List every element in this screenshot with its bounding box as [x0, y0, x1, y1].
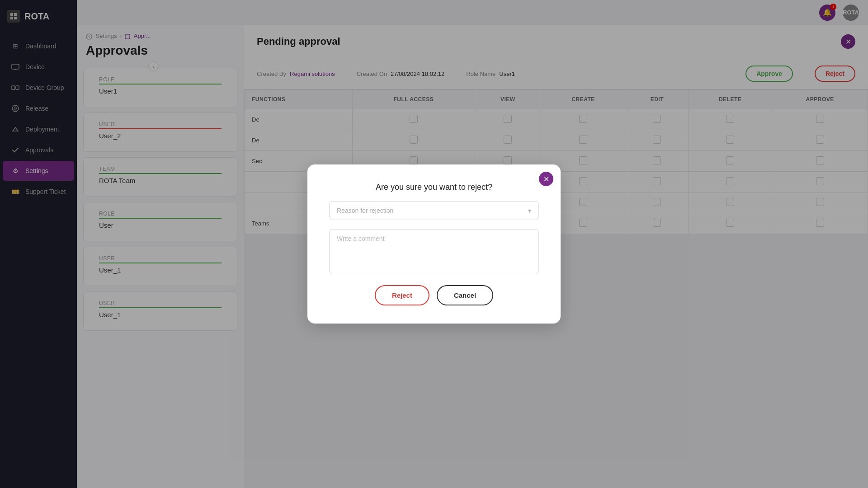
modal-actions: Reject Cancel	[375, 285, 493, 305]
chevron-down-icon: ▾	[528, 207, 531, 214]
reason-dropdown[interactable]: Reason for rejection ▾	[329, 201, 539, 220]
main-area: 🔔 1 ROTA Settings › Appr... Approvals	[77, 0, 868, 488]
modal-reject-button[interactable]: Reject	[375, 285, 429, 305]
reason-dropdown-placeholder: Reason for rejection	[337, 207, 393, 214]
modal-overlay: ✕ Are you sure you want to reject? Reaso…	[0, 0, 868, 488]
modal-close-button[interactable]: ✕	[539, 172, 553, 186]
modal-question: Are you sure you want to reject?	[376, 183, 492, 192]
reject-modal: ✕ Are you sure you want to reject? Reaso…	[307, 164, 561, 324]
comment-textarea[interactable]	[329, 229, 539, 274]
modal-cancel-button[interactable]: Cancel	[437, 285, 493, 305]
